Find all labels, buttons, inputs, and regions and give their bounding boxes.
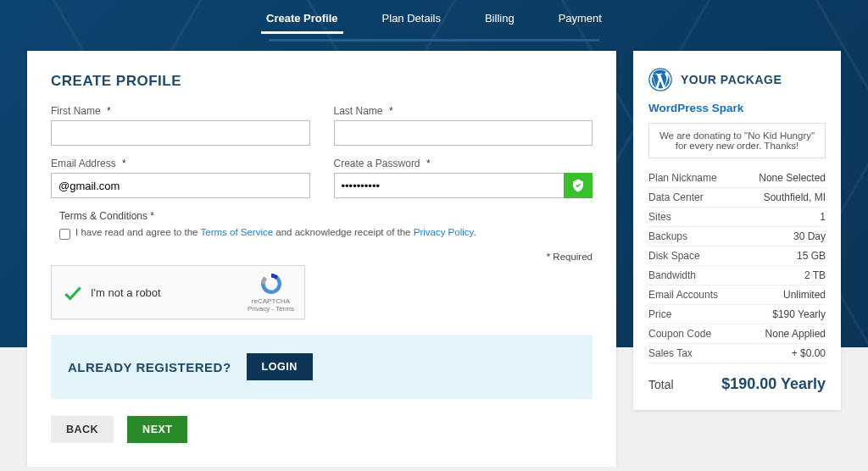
password-input[interactable] (334, 173, 593, 198)
step-billing[interactable]: Billing (480, 12, 520, 34)
package-name: WordPress Spark (648, 102, 826, 114)
donation-note: We are donating to "No Kid Hungry" for e… (648, 123, 826, 158)
password-strength-icon (564, 173, 593, 198)
spec-sites: Sites1 (648, 208, 826, 227)
package-summary-card: YOUR PACKAGE WordPress Spark We are dona… (633, 51, 841, 410)
spec-coupon: Coupon CodeNone Applied (648, 324, 826, 344)
step-payment[interactable]: Payment (554, 12, 607, 34)
tos-link[interactable]: Terms of Service (200, 227, 273, 237)
spec-sales-tax: Sales Tax+ $0.00 (648, 344, 826, 363)
spec-plan-nickname: Plan NicknameNone Selected (648, 169, 826, 188)
checkout-steps: Create Profile Plan Details Billing Paym… (0, 0, 868, 39)
spec-data-center: Data CenterSouthfield, MI (648, 188, 826, 208)
package-heading: YOUR PACKAGE (681, 73, 782, 86)
privacy-link[interactable]: Privacy Policy (414, 227, 474, 237)
already-registered-text: ALREADY REGISTERED? (68, 360, 231, 374)
package-specs: Plan NicknameNone Selected Data CenterSo… (648, 169, 826, 363)
recaptcha[interactable]: I'm not a robot reCAPTCHA Privacy - Term… (51, 265, 305, 319)
required-note: * Required (51, 252, 593, 262)
back-button[interactable]: BACK (51, 416, 114, 443)
recaptcha-label: I'm not a robot (91, 286, 239, 299)
terms-heading: Terms & Conditions * (59, 210, 593, 222)
terms-text: I have read and agree to the Terms of Se… (75, 227, 476, 237)
already-registered-panel: ALREADY REGISTERED? LOGIN (51, 335, 593, 399)
spec-disk-space: Disk Space15 GB (648, 247, 826, 266)
wordpress-icon (648, 68, 672, 91)
page-title: CREATE PROFILE (51, 73, 593, 90)
last-name-label: Last Name * (334, 105, 593, 117)
step-create-profile[interactable]: Create Profile (261, 12, 343, 34)
package-total: Total $190.00 Yearly (648, 375, 826, 393)
spec-bandwidth: Bandwidth2 TB (648, 266, 826, 285)
password-label: Create a Password * (334, 158, 593, 169)
step-plan-details[interactable]: Plan Details (377, 12, 446, 34)
terms-checkbox[interactable] (59, 229, 70, 240)
create-profile-card: CREATE PROFILE First Name * Last Name * … (27, 51, 616, 467)
spec-backups: Backups30 Day (648, 227, 826, 247)
email-label: Email Address * (51, 158, 310, 169)
spec-email: Email AccountsUnlimited (648, 285, 826, 305)
first-name-label: First Name * (51, 105, 310, 117)
steps-progress-line (269, 39, 599, 42)
last-name-input[interactable] (334, 120, 593, 146)
email-input[interactable] (51, 173, 310, 198)
recaptcha-check-icon (62, 282, 82, 302)
spec-price: Price$190 Yearly (648, 305, 826, 324)
recaptcha-brand: reCAPTCHA Privacy - Terms (248, 271, 294, 313)
first-name-input[interactable] (51, 120, 310, 146)
next-button[interactable]: NEXT (127, 416, 187, 443)
login-button[interactable]: LOGIN (247, 353, 313, 380)
